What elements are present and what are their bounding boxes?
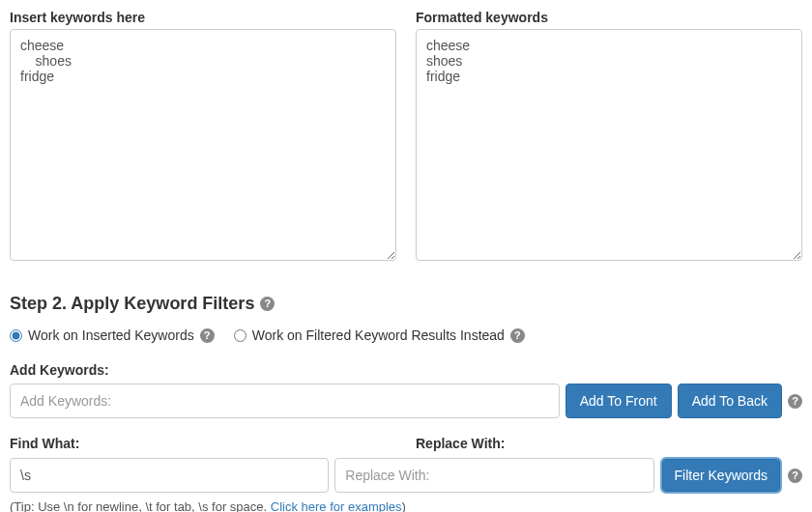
formatted-keywords-panel: Formatted keywords [416, 10, 802, 265]
find-what-label: Find What: [10, 436, 396, 451]
add-keywords-input[interactable] [10, 384, 560, 418]
radio-filtered[interactable] [234, 329, 246, 342]
insert-keywords-panel: Insert keywords here [10, 10, 396, 265]
find-what-input[interactable] [10, 458, 329, 493]
help-icon[interactable]: ? [510, 328, 525, 343]
step2-heading: Step 2. Apply Keyword Filters ? [10, 294, 802, 314]
formatted-keywords-textarea[interactable] [416, 29, 802, 261]
help-icon[interactable]: ? [260, 297, 275, 311]
radio-inserted[interactable] [10, 329, 22, 342]
examples-link[interactable]: Click here for examples [271, 499, 402, 512]
step2-heading-text: Step 2. Apply Keyword Filters [10, 294, 254, 314]
insert-keywords-textarea[interactable] [10, 29, 396, 261]
tip-post: ) [402, 499, 406, 512]
radio-filtered-text: Work on Filtered Keyword Results Instead [252, 327, 505, 343]
replace-with-sub: Replace With: [416, 436, 802, 457]
radio-inserted-wrapper: Work on Inserted Keywords ? [10, 327, 215, 343]
help-icon[interactable]: ? [788, 469, 802, 483]
filter-keywords-button[interactable]: Filter Keywords [660, 457, 782, 494]
insert-keywords-label: Insert keywords here [10, 10, 396, 25]
add-to-back-button[interactable]: Add To Back [678, 384, 782, 418]
formatted-keywords-label: Formatted keywords [416, 10, 802, 25]
tip-pre: (Tip: Use \n for newline, \t for tab, \s… [10, 499, 271, 512]
tip-text: (Tip: Use \n for newline, \t for tab, \s… [10, 499, 802, 512]
replace-with-input[interactable] [334, 458, 653, 493]
radio-filtered-wrapper: Work on Filtered Keyword Results Instead… [234, 327, 525, 343]
replace-with-label: Replace With: [416, 436, 802, 451]
help-icon[interactable]: ? [788, 394, 802, 409]
radio-inserted-text: Work on Inserted Keywords [28, 327, 194, 343]
radio-inserted-label[interactable]: Work on Inserted Keywords [10, 327, 194, 343]
help-icon[interactable]: ? [200, 328, 215, 343]
radio-filtered-label[interactable]: Work on Filtered Keyword Results Instead [234, 327, 505, 343]
add-keywords-group: Add Keywords: Add To Front Add To Back ? [10, 362, 802, 418]
keyword-panels: Insert keywords here Formatted keywords [10, 10, 802, 265]
add-keywords-label: Add Keywords: [10, 362, 802, 378]
work-on-radio-group: Work on Inserted Keywords ? Work on Filt… [10, 327, 802, 343]
add-to-front-button[interactable]: Add To Front [566, 384, 672, 418]
find-what-sub: Find What: [10, 436, 396, 457]
find-replace-group: Find What: Replace With: Filter Keywords… [10, 436, 802, 512]
